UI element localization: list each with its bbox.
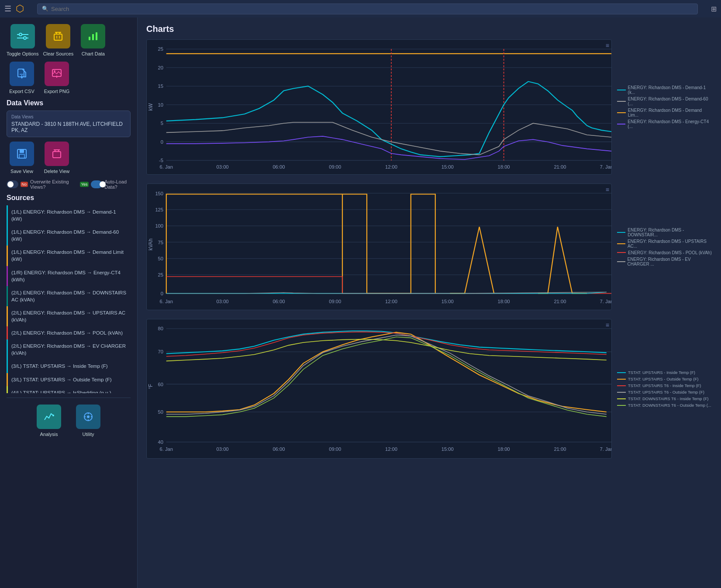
data-views-field-label: Data Views bbox=[11, 114, 126, 119]
export-png-label: Export PNG bbox=[44, 89, 70, 94]
bottom-actions: Analysis Utility bbox=[7, 398, 131, 441]
source-item[interactable]: (2/L) ENERGY: Richardson DMS → EV CHARGE… bbox=[7, 339, 131, 360]
source-item[interactable]: (2/L) ENERGY: Richardson DMS → POOL (kVA… bbox=[7, 326, 131, 339]
toggle-options-icon bbox=[10, 24, 35, 48]
svg-text:25: 25 bbox=[158, 47, 163, 52]
legend-item: ENERGY: Richardson DMS - Demand Lim... bbox=[617, 108, 712, 118]
chart-data-icon bbox=[81, 24, 105, 48]
legend-item: TSTAT: DOWNSTAIRS T6 - Outside Temp (... bbox=[617, 403, 712, 408]
main-content: Charts ≡ 25 20 15 10 bbox=[138, 17, 721, 588]
toggles-row: No Overwrite Existing Views? Yes Auto-Lo… bbox=[7, 179, 131, 190]
svg-text:10: 10 bbox=[158, 102, 163, 107]
chart-1-menu[interactable]: ≡ bbox=[606, 42, 609, 49]
svg-rect-24 bbox=[53, 152, 61, 158]
svg-text:21:00: 21:00 bbox=[554, 446, 566, 452]
svg-text:40: 40 bbox=[158, 439, 163, 445]
source-item[interactable]: (1/L) ENERGY: Richardson DMS → Demand-60… bbox=[7, 225, 131, 246]
clear-sources-label: Clear Sources bbox=[43, 51, 74, 56]
svg-text:06:00: 06:00 bbox=[273, 299, 285, 304]
svg-point-28 bbox=[52, 415, 54, 416]
legend-item: ENERGY: Richardson DMS - Demand-1 (k... bbox=[617, 85, 712, 95]
svg-text:12:00: 12:00 bbox=[385, 165, 397, 170]
search-input[interactable] bbox=[51, 6, 693, 12]
svg-text:6. Jan: 6. Jan bbox=[160, 165, 173, 170]
svg-text:50: 50 bbox=[158, 256, 163, 261]
svg-text:18:00: 18:00 bbox=[498, 446, 510, 452]
source-item[interactable]: (1/R) ENERGY: Richardson DMS → Energy-CT… bbox=[7, 266, 131, 286]
legend-item: TSTAT: UPSTAIRS T6 - Outside Temp (F) bbox=[617, 390, 712, 394]
export-png-button[interactable]: Export PNG bbox=[41, 62, 72, 94]
export-csv-button[interactable]: Export CSV bbox=[7, 62, 37, 94]
svg-text:09:00: 09:00 bbox=[329, 165, 341, 170]
save-view-icon bbox=[10, 142, 34, 166]
svg-text:°F: °F bbox=[148, 384, 154, 389]
chart-2-menu[interactable]: ≡ bbox=[606, 186, 609, 193]
svg-text:75: 75 bbox=[158, 240, 163, 245]
chart-3-menu[interactable]: ≡ bbox=[606, 322, 609, 329]
autoload-badge: Yes bbox=[80, 182, 89, 187]
menu-icon[interactable]: ☰ bbox=[4, 4, 11, 14]
toggle-options-button[interactable]: Toggle Options bbox=[7, 24, 38, 56]
overwrite-label: Overwrite Existing Views? bbox=[30, 179, 71, 190]
svg-text:03:00: 03:00 bbox=[217, 299, 229, 304]
overwrite-toggle[interactable] bbox=[7, 180, 18, 188]
svg-text:20: 20 bbox=[158, 65, 163, 70]
chart-2-wrapper: ≡ 150 125 100 75 50 25 bbox=[146, 183, 712, 310]
svg-text:5: 5 bbox=[161, 121, 163, 126]
svg-rect-13 bbox=[92, 34, 94, 40]
overwrite-toggle-group: No Overwrite Existing Views? bbox=[7, 179, 71, 190]
svg-text:7. Jan: 7. Jan bbox=[600, 299, 611, 304]
legend-item: ENERGY: Richardson DMS - UPSTAIRS AC... bbox=[617, 239, 712, 249]
chart-3: ≡ 80 70 60 50 40 °F Unused bbox=[146, 319, 612, 459]
chart-1-legend: ENERGY: Richardson DMS - Demand-1 (k... … bbox=[612, 39, 712, 175]
chart-2-svg: 150 125 100 75 50 25 0 kVAh Unused 6. Ja… bbox=[147, 184, 611, 310]
source-item[interactable]: (2/L) ENERGY: Richardson DMS → DOWNSTAIR… bbox=[7, 286, 131, 306]
svg-text:09:00: 09:00 bbox=[329, 299, 341, 304]
svg-text:125: 125 bbox=[155, 207, 163, 212]
analysis-button[interactable]: Analysis bbox=[34, 405, 64, 437]
chart-1-svg: 25 20 15 10 5 0 -5 kW 0 -25 -50 -75 -100 bbox=[147, 40, 611, 174]
export-png-icon bbox=[45, 62, 69, 86]
export-csv-label: Export CSV bbox=[9, 89, 34, 94]
legend-item: ENERGY: Richardson DMS - Energy-CT4 (... bbox=[617, 119, 712, 129]
svg-text:6. Jan: 6. Jan bbox=[160, 299, 173, 304]
source-item[interactable]: (3/L) TSTAT: UPSTAIRS → Outside Temp (F) bbox=[7, 373, 131, 386]
svg-text:15: 15 bbox=[158, 84, 163, 89]
chart-1: ≡ 25 20 15 10 5 0 -5 bbox=[146, 39, 612, 175]
topnav-extra-icon[interactable]: ⊞ bbox=[711, 5, 717, 13]
delete-view-button[interactable]: Delete View bbox=[41, 142, 72, 174]
source-item[interactable]: (3/L) TSTAT: UPSTAIRS → Inside Temp (F) bbox=[7, 360, 131, 373]
chart-data-button[interactable]: Chart Data bbox=[78, 24, 108, 56]
clear-sources-button[interactable]: Clear Sources bbox=[43, 24, 73, 56]
save-view-button[interactable]: Save View bbox=[7, 142, 37, 174]
svg-text:7. Jan: 7. Jan bbox=[600, 165, 611, 170]
search-bar[interactable]: 🔍 bbox=[37, 3, 698, 14]
svg-text:12:00: 12:00 bbox=[385, 446, 397, 452]
svg-text:03:00: 03:00 bbox=[217, 165, 229, 170]
svg-text:70: 70 bbox=[158, 349, 163, 355]
source-item[interactable]: (2/L) ENERGY: Richardson DMS → UPSTAIRS … bbox=[7, 306, 131, 326]
legend-item: ENERGY: Richardson DMS - DOWNSTAIR... bbox=[617, 228, 712, 237]
sidebar: Toggle Options Clear Sources Chart Data bbox=[0, 17, 138, 588]
autoload-toggle[interactable] bbox=[91, 180, 102, 188]
svg-text:0: 0 bbox=[161, 291, 163, 296]
svg-text:80: 80 bbox=[158, 326, 163, 332]
sources-section: Sources (1/L) ENERGY: Richardson DMS → D… bbox=[7, 194, 131, 393]
source-item[interactable]: (1/L) ENERGY: Richardson DMS → Demand Li… bbox=[7, 246, 131, 266]
utility-button[interactable]: Utility bbox=[73, 405, 103, 437]
svg-rect-14 bbox=[96, 32, 97, 40]
source-item[interactable]: (4/L) TSTAT: UPSTAIRS → IsShedding (n.u.… bbox=[7, 386, 131, 393]
svg-text:kVAh: kVAh bbox=[148, 239, 154, 250]
source-item[interactable]: (1/L) ENERGY: Richardson DMS → Demand-1 … bbox=[7, 205, 131, 225]
svg-text:12:00: 12:00 bbox=[385, 299, 397, 304]
svg-point-30 bbox=[87, 415, 90, 418]
autoload-toggle-group: Yes Auto-Load Data? bbox=[80, 179, 131, 190]
chart-data-label: Chart Data bbox=[82, 51, 105, 56]
legend-item: TSTAT: UPSTAIRS T6 - Inside Temp (F) bbox=[617, 383, 712, 388]
svg-rect-23 bbox=[19, 154, 24, 158]
autoload-label: Auto-Load Data? bbox=[104, 179, 131, 190]
svg-text:kW: kW bbox=[148, 103, 154, 111]
legend-item: ENERGY: Richardson DMS - EV CHARGER ... bbox=[617, 257, 712, 266]
svg-text:150: 150 bbox=[155, 191, 163, 196]
search-icon: 🔍 bbox=[42, 6, 48, 12]
